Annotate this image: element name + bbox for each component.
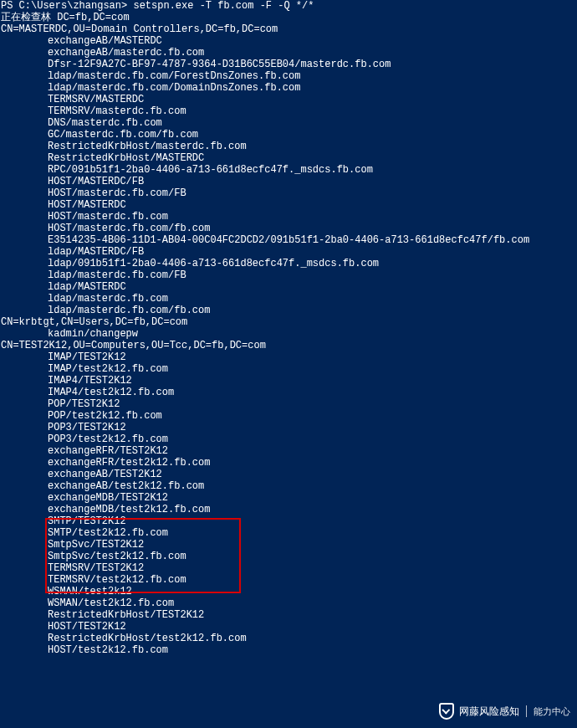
watermark-brand: 网藤风险感知 <box>459 705 519 717</box>
spn-entry: WSMAN/test2k12.fb.com <box>1 597 576 609</box>
spn-entry: HOST/masterdc.fb.com/fb.com <box>1 223 576 234</box>
spn-entry: HOST/masterdc.fb.com <box>1 211 576 223</box>
spn-entry: exchangeAB/test2k12.fb.com <box>1 480 576 492</box>
spn-entry: exchangeMDB/TEST2K12 <box>1 492 576 504</box>
spn-entry: exchangeAB/TEST2K12 <box>1 469 576 480</box>
spn-entry: SmtpSvc/TEST2K12 <box>1 539 576 551</box>
spn-entry: RestrictedKrbHost/masterdc.fb.com <box>1 141 576 152</box>
spn-entry: exchangeAB/masterdc.fb.com <box>1 47 576 59</box>
spn-entry: ldap/MASTERDC <box>1 281 576 293</box>
spn-entry: TERMSRV/masterdc.fb.com <box>1 105 576 117</box>
spn-entry: SmtpSvc/test2k12.fb.com <box>1 551 576 562</box>
prompt-line: PS C:\Users\zhangsan> setspn.exe -T fb.c… <box>1 0 576 12</box>
spn-entry: SMTP/test2k12.fb.com <box>1 527 576 539</box>
spn-entry: POP3/test2k12.fb.com <box>1 433 576 445</box>
spn-entry: ldap/masterdc.fb.com/DomainDnsZones.fb.c… <box>1 82 576 94</box>
cn-header: CN=MASTERDC,OU=Domain Controllers,DC=fb,… <box>1 23 576 35</box>
spn-entry: RPC/091b51f1-2ba0-4406-a713-661d8ecfc47f… <box>1 164 576 176</box>
spn-entry: IMAP/test2k12.fb.com <box>1 363 576 375</box>
spn-entry: HOST/test2k12.fb.com <box>1 644 576 656</box>
spn-entry: exchangeMDB/test2k12.fb.com <box>1 504 576 515</box>
cn-header: CN=TEST2K12,OU=Computers,OU=Tcc,DC=fb,DC… <box>1 340 576 351</box>
shield-icon <box>439 703 454 720</box>
spn-entry: POP/TEST2K12 <box>1 398 576 410</box>
spn-entry: ldap/masterdc.fb.com/ForestDnsZones.fb.c… <box>1 70 576 82</box>
spn-entry: HOST/MASTERDC <box>1 199 576 211</box>
watermark-sub: 能力中心 <box>534 705 570 717</box>
cn-header: CN=krbtgt,CN=Users,DC=fb,DC=com <box>1 316 576 328</box>
spn-entry: ldap/masterdc.fb.com/fb.com <box>1 305 576 316</box>
spn-entry: SMTP/TEST2K12 <box>1 515 576 527</box>
spn-entry: IMAP4/test2k12.fb.com <box>1 387 576 398</box>
spn-entry: TERMSRV/MASTERDC <box>1 94 576 105</box>
spn-entry: TERMSRV/TEST2K12 <box>1 562 576 574</box>
spn-entry: RestrictedKrbHost/MASTERDC <box>1 152 576 164</box>
spn-entry: TERMSRV/test2k12.fb.com <box>1 574 576 586</box>
spn-entry: HOST/masterdc.fb.com/FB <box>1 187 576 199</box>
spn-entry: HOST/TEST2K12 <box>1 621 576 633</box>
spn-entry: kadmin/changepw <box>1 328 576 340</box>
spn-entry: ldap/masterdc.fb.com/FB <box>1 269 576 281</box>
status-line: 正在检查林 DC=fb,DC=com <box>1 12 576 23</box>
spn-entry: Dfsr-12F9A27C-BF97-4787-9364-D31B6C55EB0… <box>1 59 576 70</box>
spn-entry: exchangeAB/MASTERDC <box>1 35 576 47</box>
spn-entry: HOST/MASTERDC/FB <box>1 176 576 187</box>
spn-entry: WSMAN/test2k12 <box>1 586 576 597</box>
spn-entry: RestrictedKrbHost/TEST2K12 <box>1 609 576 621</box>
spn-entry: IMAP4/TEST2K12 <box>1 375 576 387</box>
spn-entry: RestrictedKrbHost/test2k12.fb.com <box>1 633 576 644</box>
spn-entry: ldap/091b51f1-2ba0-4406-a713-661d8ecfc47… <box>1 258 576 269</box>
powershell-console[interactable]: PS C:\Users\zhangsan> setspn.exe -T fb.c… <box>0 0 577 656</box>
spn-entry: POP3/TEST2K12 <box>1 422 576 433</box>
watermark: 网藤风险感知 能力中心 <box>439 703 570 720</box>
spn-entry: IMAP/TEST2K12 <box>1 351 576 363</box>
spn-entry: ldap/MASTERDC/FB <box>1 246 576 258</box>
spn-entry: exchangeRFR/TEST2K12 <box>1 445 576 457</box>
spn-entry: exchangeRFR/test2k12.fb.com <box>1 457 576 469</box>
spn-entry: ldap/masterdc.fb.com <box>1 293 576 305</box>
spn-entry: E3514235-4B06-11D1-AB04-00C04FC2DCD2/091… <box>1 234 576 246</box>
spn-entry: GC/masterdc.fb.com/fb.com <box>1 129 576 141</box>
spn-entry: DNS/masterdc.fb.com <box>1 117 576 129</box>
spn-entry: POP/test2k12.fb.com <box>1 410 576 422</box>
